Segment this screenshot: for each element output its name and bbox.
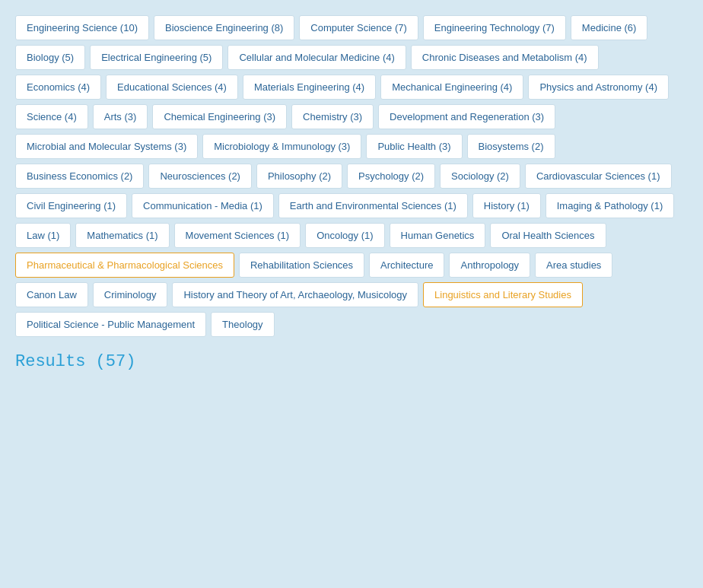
tag-item[interactable]: Chemistry (3): [291, 104, 374, 129]
tag-item[interactable]: Microbiology & Immunology (3): [202, 134, 361, 159]
tag-item[interactable]: Science (4): [15, 104, 88, 129]
tag-item[interactable]: Materials Engineering (4): [243, 75, 376, 100]
tag-item[interactable]: Architecture: [369, 253, 444, 278]
tag-item[interactable]: Bioscience Engineering (8): [154, 15, 294, 40]
tag-item[interactable]: Cardiovascular Sciences (1): [525, 164, 672, 189]
tag-item[interactable]: Neurosciences (2): [148, 164, 252, 189]
tag-item[interactable]: Electrical Engineering (5): [90, 45, 223, 70]
tags-container: Engineering Science (10)Bioscience Engin…: [9, 9, 694, 343]
tag-item[interactable]: Criminology: [93, 282, 168, 307]
tag-item[interactable]: Sociology (2): [440, 164, 520, 189]
tag-item[interactable]: Rehabilitation Sciences: [239, 253, 364, 278]
tag-item[interactable]: Biosystems (2): [467, 134, 555, 159]
tag-item[interactable]: History (1): [472, 193, 541, 218]
results-section: Results (57): [9, 343, 694, 377]
tag-item[interactable]: Civil Engineering (1): [15, 193, 127, 218]
tag-item[interactable]: Political Science - Public Management: [15, 312, 206, 337]
tag-item[interactable]: Pharmaceutical & Pharmacological Science…: [15, 253, 234, 278]
tag-item[interactable]: Physics and Astronomy (4): [528, 75, 669, 100]
tag-item[interactable]: Cellular and Molecular Medicine (4): [227, 45, 406, 70]
tag-item[interactable]: Computer Science (7): [299, 15, 418, 40]
tag-item[interactable]: Educational Sciences (4): [106, 75, 238, 100]
tag-item[interactable]: Earth and Environmental Sciences (1): [278, 193, 468, 218]
tag-item[interactable]: Business Economics (2): [15, 164, 144, 189]
tag-item[interactable]: Microbial and Molecular Systems (3): [15, 134, 198, 159]
tag-item[interactable]: Anthropology: [449, 253, 530, 278]
tag-item[interactable]: Biology (5): [15, 45, 85, 70]
tag-item[interactable]: Economics (4): [15, 75, 101, 100]
tag-item[interactable]: Law (1): [15, 223, 71, 248]
tag-item[interactable]: Mechanical Engineering (4): [380, 75, 523, 100]
tag-item[interactable]: Philosophy (2): [256, 164, 342, 189]
tag-item[interactable]: Oral Health Sciences: [490, 223, 606, 248]
tag-item[interactable]: Medicine (6): [571, 15, 648, 40]
results-label: Results (57): [15, 352, 135, 371]
tag-item[interactable]: History and Theory of Art, Archaeology, …: [172, 282, 418, 307]
tag-item[interactable]: Public Health (3): [366, 134, 462, 159]
tag-item[interactable]: Psychology (2): [347, 164, 435, 189]
tag-item[interactable]: Engineering Science (10): [15, 15, 149, 40]
tag-item[interactable]: Chemical Engineering (3): [152, 104, 287, 129]
tag-item[interactable]: Development and Regeneration (3): [378, 104, 555, 129]
tag-item[interactable]: Imaging & Pathology (1): [546, 193, 674, 218]
tag-item[interactable]: Mathematics (1): [75, 223, 169, 248]
tag-item[interactable]: Communication - Media (1): [132, 193, 274, 218]
tag-item[interactable]: Theology: [211, 312, 274, 337]
tag-item[interactable]: Area studies: [535, 253, 612, 278]
tag-item[interactable]: Canon Law: [15, 282, 88, 307]
tag-item[interactable]: Oncology (1): [305, 223, 384, 248]
tag-item[interactable]: Arts (3): [93, 104, 148, 129]
tag-item[interactable]: Linguistics and Literary Studies: [423, 282, 583, 307]
tag-item[interactable]: Movement Sciences (1): [174, 223, 301, 248]
tag-item[interactable]: Chronic Diseases and Metabolism (4): [411, 45, 599, 70]
tag-item[interactable]: Engineering Technology (7): [423, 15, 566, 40]
tag-item[interactable]: Human Genetics: [390, 223, 486, 248]
